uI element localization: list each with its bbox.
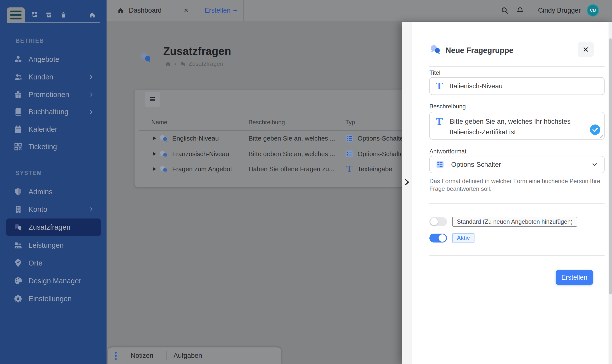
sidebar-item-label: Einstellungen — [28, 295, 72, 303]
toggle-knob — [430, 218, 438, 225]
section-label-betrieb: BETRIEB — [16, 38, 44, 44]
sidebar-divider — [7, 22, 100, 23]
erstellen-button[interactable]: Erstellen — [556, 270, 593, 285]
sidebar-item-admins[interactable]: Admins — [6, 183, 101, 200]
options-list-icon — [345, 134, 353, 142]
options-list-icon — [345, 150, 353, 158]
sidebar-item-orte[interactable]: Orte — [6, 254, 101, 272]
row-description: Bitte geben Sie an, welches ... — [249, 135, 335, 142]
chevron-right-icon — [88, 207, 94, 212]
sidebar-item-label: Angebote — [28, 55, 59, 64]
expand-row-icon[interactable] — [153, 137, 156, 140]
trash-icon[interactable] — [60, 11, 67, 18]
home-icon[interactable] — [165, 61, 171, 67]
chevron-right-icon — [88, 74, 94, 80]
sidebar-item-kalender[interactable]: Kalender — [6, 121, 101, 138]
scrollbar-thumb[interactable] — [609, 38, 612, 294]
chat-bubbles-icon — [159, 165, 168, 173]
vertical-scrollbar[interactable] — [609, 22, 612, 364]
chat-bubbles-icon — [429, 44, 441, 55]
archive-icon[interactable] — [45, 11, 52, 18]
divider — [429, 203, 605, 204]
row-description: Bitte geben Sie an, welches ... — [249, 150, 335, 158]
chevron-right-icon — [88, 92, 94, 97]
menu-toggle-button[interactable] — [7, 7, 25, 23]
toggle-knob — [439, 234, 446, 242]
close-panel-button[interactable] — [578, 42, 594, 57]
sidebar-item-label: Konto — [28, 205, 47, 214]
customers-icon — [14, 73, 23, 81]
table-menu-button[interactable] — [145, 92, 160, 107]
avatar[interactable]: CB — [587, 4, 599, 17]
search-icon[interactable] — [501, 6, 509, 14]
breadcrumb: Zusatzfragen — [165, 60, 223, 67]
sidebar-item-konto[interactable]: Konto — [6, 201, 101, 218]
topbar-right: Cindy Brugger CB — [501, 0, 612, 21]
aktiv-toggle[interactable] — [429, 234, 447, 243]
book-icon — [14, 107, 23, 116]
titel-input[interactable]: T Italienisch-Niveau — [429, 77, 605, 95]
standard-toggle-row: Standard (Zu neuen Angeboten hinzufügen) — [429, 217, 577, 227]
bell-icon[interactable] — [516, 6, 524, 14]
standard-toggle[interactable] — [429, 217, 447, 226]
sitemap-icon[interactable] — [31, 11, 38, 18]
panel-collapse-strip[interactable] — [402, 22, 412, 364]
breadcrumb-current[interactable]: Zusatzfragen — [189, 60, 223, 67]
sidebar-item-leistungen[interactable]: Leistungen — [6, 237, 101, 254]
building-icon — [14, 205, 23, 214]
sidebar-item-zusatzfragen[interactable]: Zusatzfragen — [6, 218, 101, 236]
chevron-down-icon — [591, 161, 598, 168]
divider — [429, 255, 605, 256]
expand-row-icon[interactable] — [153, 152, 156, 156]
sidebar-item-kunden[interactable]: Kunden — [6, 68, 101, 86]
sidebar-item-label: Admins — [28, 188, 53, 196]
column-header-beschreibung[interactable]: Beschreibung — [249, 119, 285, 126]
standard-toggle-label: Standard (Zu neuen Angeboten hinzufügen) — [452, 217, 577, 227]
close-tab-icon[interactable] — [184, 8, 189, 13]
row-name: Fragen zum Angebot — [172, 165, 232, 173]
tab-dashboard[interactable]: Dashboard — [107, 0, 198, 21]
beschreibung-textarea[interactable]: T Bitte geben Sie an, welches Ihr höchst… — [429, 112, 605, 140]
sidebar-item-label: Zusatzfragen — [28, 223, 70, 231]
sidebar-item-promotionen[interactable]: Promotionen — [6, 86, 101, 103]
expand-row-icon[interactable] — [153, 167, 156, 171]
column-header-typ[interactable]: Typ — [345, 119, 355, 126]
gear-icon — [14, 294, 23, 303]
chat-bubbles-icon — [180, 61, 186, 67]
antwortformat-helper-text: Das Format definiert in welcher Form ein… — [429, 177, 606, 193]
tab-aufgaben[interactable]: Aufgaben — [167, 352, 209, 360]
antwortformat-label: Antwortformat — [429, 148, 466, 155]
home-icon[interactable] — [89, 11, 96, 18]
sidebar-item-einstellungen[interactable]: Einstellungen — [6, 290, 101, 307]
notes-bottom-bar: Notizen Aufgaben — [108, 347, 281, 364]
row-description: Haben Sie offene Fragen zu... — [249, 165, 334, 173]
shield-icon — [14, 187, 23, 196]
column-header-name[interactable]: Name — [151, 119, 167, 126]
resize-handle-icon[interactable] — [600, 135, 603, 138]
header-divider — [160, 48, 160, 71]
sidebar-item-ticketing[interactable]: Ticketing — [6, 138, 101, 155]
sidebar-item-angebote[interactable]: Angebote — [6, 51, 101, 68]
chevron-right-icon — [174, 62, 177, 66]
sidebar-toolbar — [0, 0, 107, 23]
tab-notizen[interactable]: Notizen — [123, 352, 161, 360]
page-title: Zusatzfragen — [163, 45, 231, 57]
tab-erstellen[interactable]: Erstellen + — [198, 0, 244, 21]
text-type-icon: T — [436, 81, 443, 91]
titel-value: Italienisch-Niveau — [450, 82, 502, 90]
divider — [429, 66, 605, 67]
antwortformat-select[interactable]: Options-Schalter — [429, 156, 605, 173]
collapse-panel-icon[interactable] — [403, 178, 411, 186]
beschreibung-label: Beschreibung — [429, 103, 466, 110]
sidebar-item-buchhaltung[interactable]: Buchhaltung — [6, 103, 101, 121]
titel-label: Titel — [429, 69, 440, 76]
hamburger-icon — [149, 96, 156, 102]
user-name[interactable]: Cindy Brugger — [538, 7, 581, 14]
sidebar: BETRIEB Angebote Kunden Promotionen Buch… — [0, 0, 107, 364]
sidebar-item-design-manager[interactable]: Design Manager — [6, 272, 101, 290]
topbar: Dashboard Erstellen + Cindy Brugger CB — [107, 0, 612, 21]
aktiv-toggle-label: Aktiv — [452, 233, 474, 243]
kebab-menu-icon[interactable] — [114, 351, 117, 361]
row-type: Texteingabe — [358, 165, 392, 173]
text-type-icon: T — [436, 117, 443, 126]
